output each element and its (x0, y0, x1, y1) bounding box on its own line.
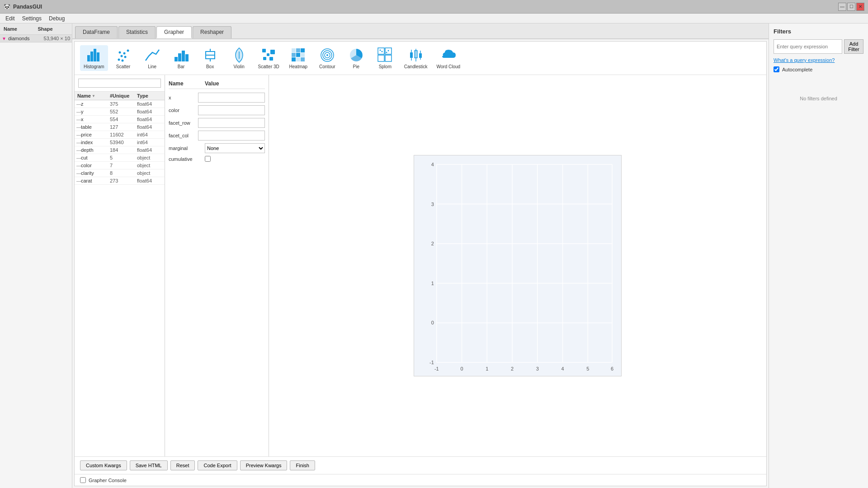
titlebar: 🐼 PandasGUI — ☐ ✕ (0, 0, 868, 14)
col-dash: — (75, 124, 80, 130)
col-unique-price: 11602 (108, 132, 135, 137)
col-type-price: int64 (135, 132, 165, 137)
svg-rect-2 (94, 49, 96, 61)
col-type-color: object (135, 163, 165, 168)
col-name-x: x (80, 117, 108, 122)
svg-point-10 (121, 60, 123, 62)
chart-type-line[interactable]: Line (139, 45, 166, 71)
column-table-header: Name ▼ #Unique Type (75, 92, 165, 100)
svg-point-9 (124, 56, 126, 58)
col-unique-index: 53940 (108, 140, 135, 145)
svg-point-44 (381, 51, 382, 52)
histogram-icon (86, 47, 102, 63)
reset-button[interactable]: Reset (170, 460, 195, 470)
col-row-table[interactable]: — table 127 float64 (75, 123, 165, 131)
param-select-marginal[interactable]: None rug box violin histogram (205, 143, 265, 153)
svg-text:4: 4 (561, 366, 564, 371)
finish-button[interactable]: Finish (290, 460, 315, 470)
svg-rect-21 (267, 53, 269, 56)
sidebar-col-name: Name (2, 25, 36, 33)
tab-statistics[interactable]: Statistics (118, 26, 156, 38)
console-checkbox[interactable] (80, 477, 86, 483)
svg-text:0: 0 (460, 366, 463, 371)
chart-type-scatter[interactable]: Scatter (110, 45, 137, 71)
add-filter-button[interactable]: Add Filter (844, 39, 863, 54)
col-row-color[interactable]: — color 7 object (75, 162, 165, 169)
sidebar-df-name: diamonds (8, 36, 44, 41)
tab-dataframe[interactable]: DataFrame (75, 26, 118, 38)
pie-icon (348, 47, 364, 63)
splom-label: Splom (379, 64, 392, 69)
sidebar-expand-icon: ▼ (2, 36, 6, 41)
col-type-z: float64 (135, 101, 165, 107)
chart-type-splom[interactable]: Splom (372, 45, 399, 71)
col-row-depth[interactable]: — depth 184 float64 (75, 146, 165, 154)
param-input-facet-col[interactable] (198, 131, 265, 141)
autocomplete-label: Autocomplete (782, 67, 812, 72)
svg-rect-52 (419, 53, 422, 58)
menu-settings[interactable]: Settings (19, 14, 45, 23)
col-unique-color: 7 (108, 163, 135, 168)
col-unique-y: 552 (108, 109, 135, 114)
custom-kwargs-button[interactable]: Custom Kwargs (80, 460, 127, 470)
sidebar-dataframe-row[interactable]: ▼ diamonds 53,940 × 10 (0, 35, 72, 42)
tab-grapher[interactable]: Grapher (156, 26, 192, 38)
col-row-carat[interactable]: — carat 273 float64 (75, 177, 165, 185)
chart-type-pie[interactable]: Pie (343, 45, 370, 71)
menu-edit[interactable]: Edit (2, 14, 19, 23)
col-row-price[interactable]: — price 11602 int64 (75, 131, 165, 139)
tabs-bar: DataFrame Statistics Grapher Reshaper (72, 23, 769, 39)
col-name-clarity: clarity (80, 170, 108, 176)
chart-type-heatmap[interactable]: Heatmap (285, 45, 312, 71)
tab-reshaper[interactable]: Reshaper (193, 26, 231, 38)
svg-rect-23 (263, 57, 266, 60)
param-input-color[interactable] (198, 105, 265, 115)
param-input-x[interactable] (198, 93, 265, 103)
chart-type-bar[interactable]: Bar (168, 45, 195, 71)
col-name-price: price (80, 132, 108, 137)
param-row-facet-col: facet_col (169, 131, 265, 141)
console-bar: Grapher Console (75, 474, 766, 486)
params-panel: Name Value x color facet_row (165, 75, 269, 456)
filter-query-input[interactable] (774, 39, 842, 54)
svg-text:2: 2 (431, 241, 434, 246)
col-row-y[interactable]: — y 552 float64 (75, 108, 165, 116)
svg-rect-13 (182, 51, 185, 61)
preview-kwargs-button[interactable]: Preview Kwargs (240, 460, 288, 470)
col-row-clarity[interactable]: — clarity 8 object (75, 169, 165, 177)
svg-text:1: 1 (486, 366, 488, 371)
wordcloud-icon (440, 47, 457, 63)
code-export-button[interactable]: Code Export (198, 460, 237, 470)
svg-rect-53 (414, 155, 621, 376)
col-row-cut[interactable]: — cut 5 object (75, 154, 165, 162)
console-label: Grapher Console (89, 478, 127, 483)
svg-text:-1: -1 (429, 360, 434, 365)
column-search-input[interactable] (78, 79, 161, 88)
save-html-button[interactable]: Save HTML (130, 460, 168, 470)
column-search (75, 75, 165, 92)
minimize-button[interactable]: — (838, 3, 846, 11)
chart-type-wordcloud[interactable]: Word Cloud (433, 45, 464, 71)
chart-type-scatter3d[interactable]: Scatter 3D (255, 45, 283, 71)
chart-type-candlestick[interactable]: Candlestick (401, 45, 431, 71)
menu-debug[interactable]: Debug (45, 14, 68, 23)
col-row-z[interactable]: — z 375 float64 (75, 100, 165, 108)
chart-type-histogram[interactable]: Histogram (80, 45, 108, 71)
autocomplete-checkbox[interactable] (774, 66, 779, 72)
svg-rect-31 (292, 57, 296, 61)
what-is-query-link[interactable]: What's a query expression? (774, 57, 863, 63)
param-input-facet-row[interactable] (198, 118, 265, 128)
svg-text:6: 6 (611, 366, 613, 371)
sidebar-header: Name Shape (0, 23, 72, 35)
chart-type-contour[interactable]: Contour (314, 45, 341, 71)
svg-rect-32 (296, 57, 300, 61)
param-checkbox-cumulative[interactable] (205, 156, 211, 162)
heatmap-label: Heatmap (289, 64, 308, 69)
close-button[interactable]: ✕ (856, 3, 864, 11)
chart-type-box[interactable]: Box (197, 45, 224, 71)
maximize-button[interactable]: ☐ (847, 3, 855, 11)
col-row-x[interactable]: — x 554 float64 (75, 116, 165, 123)
col-row-index[interactable]: — index 53940 int64 (75, 139, 165, 146)
param-label-cumulative: cumulative (169, 156, 205, 162)
chart-type-violin[interactable]: Violin (226, 45, 253, 71)
